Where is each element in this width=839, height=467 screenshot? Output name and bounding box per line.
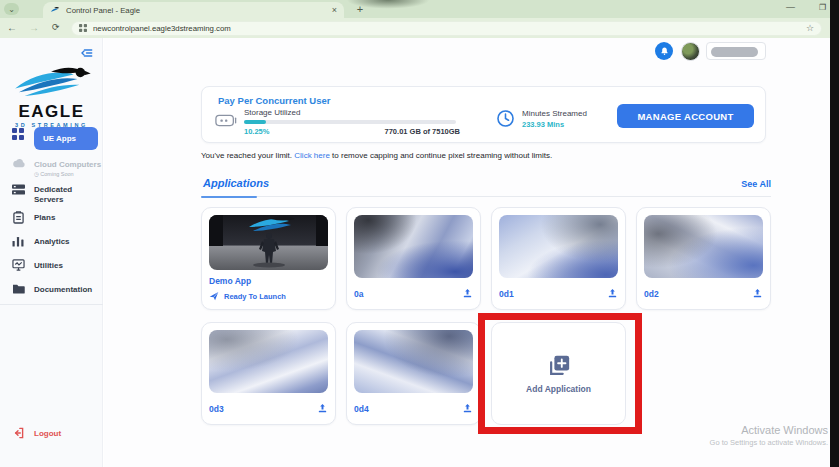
sidebar-item-cloud-computers: Cloud Computers ◷ Coming Soon — [0, 157, 103, 178]
cloud-icon — [11, 158, 25, 168]
add-application-label: Add Application — [526, 384, 591, 394]
clipboard-icon — [11, 211, 25, 224]
app-name: 0a — [354, 289, 363, 299]
app-card[interactable]: 0d2 — [636, 207, 771, 310]
notice-post: to remove capping and continue pixel str… — [332, 151, 552, 160]
storage-progress-track — [244, 120, 456, 124]
forward-icon: → — [29, 22, 39, 33]
tab-title: Control Panel - Eagle — [66, 6, 326, 15]
sidebar-item-label: Analytics — [34, 234, 70, 247]
bar-chart-icon — [11, 235, 25, 247]
sidebar-item-plans[interactable]: Plans — [0, 210, 103, 224]
notifications-button[interactable] — [655, 42, 673, 60]
upload-icon[interactable] — [462, 285, 473, 303]
app-thumbnail — [354, 215, 473, 278]
sidebar-item-label: Utilities — [34, 258, 63, 271]
site-info-icon[interactable] — [79, 24, 87, 32]
new-tab-button[interactable]: + — [352, 1, 368, 17]
activate-windows-watermark: Activate Windows Go to Settings to activ… — [689, 424, 828, 447]
logout-label: Logout — [34, 426, 61, 439]
screen: ⌄ Control Panel - Eagle × + — ❐ ← → ⟳ ne… — [0, 0, 839, 467]
grid-icon — [11, 128, 25, 140]
upload-icon[interactable] — [462, 400, 473, 418]
storage-percent: 10.25% — [244, 127, 269, 136]
sidebar-item-analytics[interactable]: Analytics — [0, 234, 103, 247]
app-status: Ready To Launch — [209, 291, 328, 301]
url-text: newcontrolpanel.eagle3dstreaming.com — [93, 24, 800, 33]
sidebar-divider — [0, 304, 103, 305]
app-name: 0d2 — [644, 289, 659, 299]
sidebar-item-ue-apps[interactable]: UE Apps — [0, 127, 103, 150]
billing-card: Pay Per Concurrent User Storage Utilized… — [201, 86, 766, 143]
click-here-link[interactable]: Click here — [294, 151, 330, 160]
app-thumbnail — [499, 215, 618, 278]
sidebar-item-label: Cloud Computers ◷ Coming Soon — [34, 157, 101, 178]
minutes-label: Minutes Streamed — [522, 109, 587, 118]
see-all-link[interactable]: See All — [741, 179, 771, 189]
sidebar-item-label: Plans — [34, 210, 55, 223]
applications-row-2: 0d3 0d4 — [201, 322, 626, 425]
tab-close-icon[interactable]: × — [332, 5, 337, 15]
storage-progress-fill — [244, 120, 266, 124]
monitor-icon — [11, 259, 25, 271]
add-application-card[interactable]: Add Application — [491, 322, 626, 425]
clock-icon — [496, 109, 515, 132]
browser-tab[interactable]: Control Panel - Eagle × — [43, 2, 344, 18]
app-status-label: Ready To Launch — [224, 292, 286, 301]
sidebar-collapse-icon[interactable] — [81, 45, 93, 63]
avatar[interactable] — [681, 42, 700, 61]
url-bar[interactable]: newcontrolpanel.eagle3dstreaming.com ☆ — [71, 21, 822, 36]
watermark-line2: Go to Settings to activate Windows. — [689, 438, 828, 447]
tab-search-button[interactable]: ⌄ — [4, 3, 19, 15]
server-icon — [11, 183, 25, 196]
sidebar-item-label: Documentation — [34, 282, 92, 295]
sidebar-item-label: Dedicated Servers — [34, 182, 86, 205]
app-card[interactable]: 0d4 — [346, 322, 481, 425]
bell-icon — [659, 46, 670, 57]
add-application-icon — [547, 354, 571, 378]
main-content: Pay Per Concurrent User Storage Utilized… — [104, 38, 830, 467]
app-name: Demo App — [209, 276, 328, 286]
browser-tab-strip: ⌄ Control Panel - Eagle × + — ❐ — [0, 0, 839, 18]
storage-amount: 770.01 GB of 7510GB — [352, 127, 460, 136]
app-name: 0d1 — [499, 289, 514, 299]
username-box[interactable] — [706, 42, 766, 60]
sidebar-item-dedicated-servers[interactable]: Dedicated Servers — [0, 182, 103, 205]
app-card[interactable]: 0a — [346, 207, 481, 310]
app-card-demo[interactable]: Demo App Ready To Launch — [201, 207, 336, 310]
eagle-favicon — [50, 5, 60, 15]
upload-icon[interactable] — [317, 400, 328, 418]
restore-button[interactable]: ❐ — [819, 3, 826, 12]
applications-header: Applications See All — [201, 175, 771, 197]
storage-icon — [215, 113, 237, 131]
upload-icon[interactable] — [607, 285, 618, 303]
reload-icon[interactable]: ⟳ — [52, 22, 60, 32]
rocket-icon — [209, 291, 219, 301]
brand-logo: EAGLE 3D STREAMING — [0, 64, 103, 128]
app-card[interactable]: 0d1 — [491, 207, 626, 310]
username-redacted — [711, 47, 758, 57]
notice-pre: You've reached your limit. — [201, 151, 292, 160]
sidebar: EAGLE 3D STREAMING UE Apps — [0, 38, 103, 467]
sidebar-item-documentation[interactable]: Documentation — [0, 282, 103, 295]
app-thumbnail — [209, 215, 328, 270]
back-icon[interactable]: ← — [7, 22, 17, 33]
logout-button[interactable]: Logout — [0, 426, 103, 439]
bookmark-star-icon[interactable]: ☆ — [806, 23, 814, 33]
app-thumbnail — [209, 330, 328, 393]
app-name: 0d3 — [209, 404, 224, 414]
upload-icon[interactable] — [752, 285, 763, 303]
coming-soon-badge: ◷ Coming Soon — [34, 171, 101, 178]
page-body: EAGLE 3D STREAMING UE Apps — [0, 38, 830, 467]
logout-icon — [11, 427, 25, 439]
minutes-value: 233.93 Mins — [522, 120, 564, 129]
watermark-line1: Activate Windows — [689, 424, 828, 436]
eagle-logo-icon — [9, 64, 95, 98]
minimize-button[interactable]: — — [786, 2, 795, 12]
app-card[interactable]: 0d3 — [201, 322, 336, 425]
sidebar-item-utilities[interactable]: Utilities — [0, 258, 103, 271]
app-thumbnail — [354, 330, 473, 393]
tab-applications[interactable]: Applications — [203, 177, 269, 189]
manage-account-button[interactable]: MANAGE ACCOUNT — [617, 104, 754, 128]
app-thumbnail — [644, 215, 763, 278]
